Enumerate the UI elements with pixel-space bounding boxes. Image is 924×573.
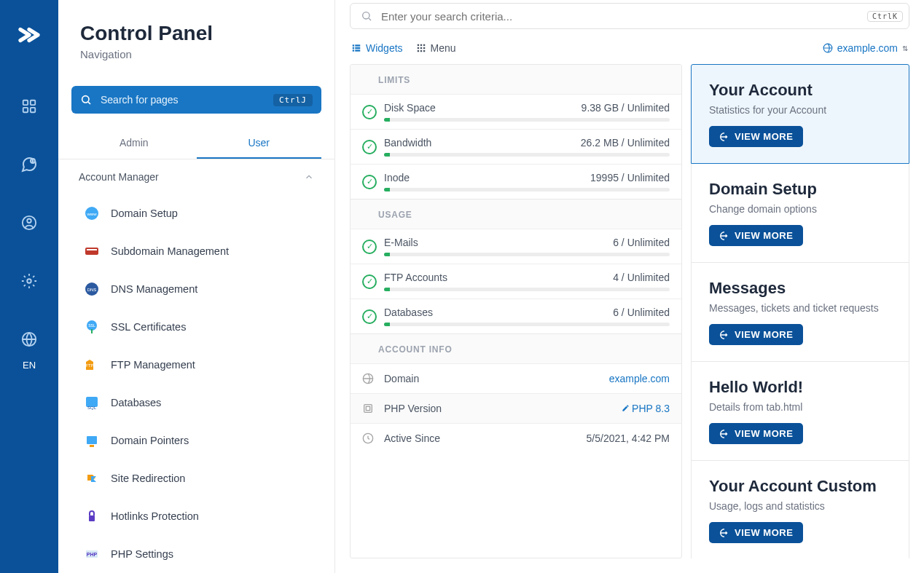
sidebar-item-databases[interactable]: SQLDatabases	[58, 384, 334, 422]
sidebar-item-domain-setup[interactable]: wwwDomain Setup	[58, 194, 334, 232]
svg-rect-32	[355, 47, 360, 49]
limit-value: 9.38 GB / Unlimited	[582, 102, 670, 114]
limit-value: 6 / Unlimited	[613, 307, 670, 318]
chevron-up-icon	[304, 172, 314, 182]
dashboard-card: Messages Messages, tickets and ticket re…	[691, 263, 909, 362]
check-circle-icon: ✓	[362, 274, 377, 289]
sidebar-search[interactable]: Search for pages CtrlJ	[71, 86, 321, 114]
rail-chat-icon[interactable]: !	[15, 150, 44, 179]
svg-rect-1	[31, 100, 35, 105]
svg-rect-46	[366, 406, 369, 410]
svg-rect-2	[23, 108, 28, 112]
sidebar-item-php-settings[interactable]: PHPPHP Settings	[58, 535, 334, 573]
sidebar-item-site-redirection[interactable]: Site Redirection	[58, 459, 334, 497]
nav-item-label: Subdomain Management	[111, 245, 229, 257]
card-title: Messages	[709, 279, 891, 298]
nav-item-label: Site Redirection	[111, 473, 185, 484]
nav-item-icon	[83, 242, 101, 260]
rail-dashboard-icon[interactable]	[15, 92, 44, 121]
info-row-icon	[362, 403, 375, 414]
sidebar-search-kbd: CtrlJ	[273, 94, 313, 106]
limit-row: ✓ Bandwidth26.2 MB / Unlimited	[351, 129, 681, 164]
dashboard-card: Domain Setup Change domain options VIEW …	[691, 164, 909, 263]
svg-point-27	[363, 12, 369, 19]
sidebar-item-dns-management[interactable]: DNSDNS Management	[58, 270, 334, 308]
sidebar-subtitle: Navigation	[80, 48, 313, 60]
svg-rect-42	[423, 50, 424, 52]
card-title: Your Account Custom	[709, 477, 891, 496]
limit-value: 6 / Unlimited	[613, 237, 670, 248]
limit-row: ✓ Databases6 / Unlimited	[351, 299, 681, 333]
app-logo-icon[interactable]	[16, 22, 42, 48]
limit-bar	[384, 253, 670, 256]
main-content: CtrlK Widgets Menu example.com ⇅ LIMITS	[335, 0, 924, 573]
limits-section-label: LIMITS	[351, 65, 681, 94]
sidebar-item-ssl-certificates[interactable]: SSLSSL Certificates	[58, 308, 334, 346]
svg-point-8	[27, 279, 31, 283]
svg-rect-45	[364, 405, 372, 413]
svg-rect-24	[89, 515, 95, 521]
nav-item-icon	[83, 432, 101, 449]
sidebar-title: Control Panel	[80, 22, 313, 45]
view-more-label: VIEW MORE	[735, 527, 793, 538]
rail-user-icon[interactable]	[15, 208, 44, 237]
account-section-label: ACCOUNT INFO	[351, 333, 681, 363]
card-desc: Usage, logs and statistics	[709, 500, 891, 512]
nav-item-icon: FTP	[83, 356, 101, 374]
info-row-icon	[362, 432, 375, 444]
info-value[interactable]: PHP 8.3	[622, 403, 670, 414]
toolbar-menu[interactable]: Menu	[416, 42, 456, 54]
stats-panel: LIMITS ✓ Disk Space9.38 GB / Unlimited ✓…	[350, 64, 682, 558]
rail-lang-label[interactable]: EN	[23, 360, 36, 371]
card-desc: Statistics for your Account	[709, 104, 891, 116]
toolbar-widgets[interactable]: Widgets	[351, 42, 403, 54]
svg-rect-39	[423, 47, 424, 49]
nav-item-icon	[83, 507, 101, 525]
nav-item-icon: DNS	[83, 280, 101, 298]
sidebar-item-ftp-management[interactable]: FTPFTP Management	[58, 346, 334, 384]
limit-value: 4 / Unlimited	[613, 272, 670, 283]
card-title: Hello World!	[709, 378, 891, 397]
rail-globe-icon[interactable]	[15, 325, 44, 354]
limit-name: Bandwidth	[384, 137, 431, 149]
card-desc: Details from tab.html	[709, 401, 891, 413]
main-search-input[interactable]	[381, 10, 867, 23]
svg-text:DNS: DNS	[87, 288, 97, 292]
rail-gear-icon[interactable]	[15, 266, 44, 296]
check-circle-icon: ✓	[362, 240, 377, 254]
dashboard-card: Hello World! Details from tab.html VIEW …	[691, 362, 909, 461]
view-more-label: VIEW MORE	[735, 428, 793, 439]
svg-rect-33	[355, 50, 360, 51]
svg-text:!: !	[32, 159, 33, 163]
main-search[interactable]: CtrlK	[350, 3, 909, 29]
view-more-label: VIEW MORE	[735, 131, 793, 142]
svg-text:SSL: SSL	[88, 323, 95, 328]
tab-user[interactable]: User	[197, 128, 322, 159]
list-icon	[351, 43, 361, 53]
limit-bar	[384, 153, 670, 157]
view-more-button[interactable]: VIEW MORE	[709, 522, 803, 543]
info-label: Domain	[384, 373, 609, 384]
view-more-button[interactable]: VIEW MORE	[709, 423, 803, 444]
sidebar-item-subdomain-management[interactable]: Subdomain Management	[58, 232, 334, 270]
toolbar-widgets-label: Widgets	[366, 42, 403, 54]
info-label: PHP Version	[384, 403, 622, 414]
check-circle-icon: ✓	[362, 105, 377, 119]
sidebar-item-domain-pointers[interactable]: Domain Pointers	[58, 422, 334, 459]
sidebar-section-account-manager[interactable]: Account Manager	[58, 159, 334, 194]
limit-bar	[384, 188, 670, 191]
limit-bar	[384, 323, 670, 326]
card-title: Your Account	[709, 81, 891, 100]
svg-text:www: www	[87, 212, 98, 216]
sidebar-item-hotlinks-protection[interactable]: Hotlinks Protection	[58, 497, 334, 535]
view-more-button[interactable]: VIEW MORE	[709, 324, 803, 345]
nav-item-label: Domain Setup	[111, 208, 178, 219]
updown-icon: ⇅	[902, 44, 908, 52]
info-value[interactable]: example.com	[609, 373, 670, 384]
svg-rect-35	[420, 44, 421, 46]
tab-admin[interactable]: Admin	[71, 128, 197, 159]
view-more-button[interactable]: VIEW MORE	[709, 225, 803, 246]
main-search-kbd: CtrlK	[867, 11, 903, 22]
view-more-button[interactable]: VIEW MORE	[709, 126, 803, 147]
toolbar-domain-switcher[interactable]: example.com ⇅	[823, 42, 908, 54]
